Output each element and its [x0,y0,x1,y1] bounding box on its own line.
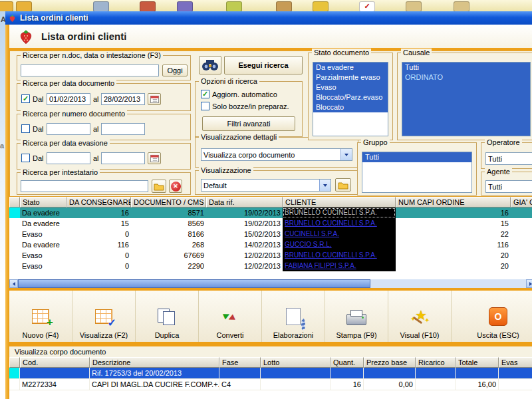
list-item[interactable]: Tutti [362,152,471,162]
data-evas-dal-input[interactable] [47,152,90,164]
chevron-down-icon[interactable] [340,149,352,160]
nuovo-button[interactable]: + Nuovo (F4) [9,291,72,342]
header-cell-cod[interactable]: Cod. [20,357,90,368]
header-cell-descrizione[interactable]: Descrizione [90,357,219,368]
duplica-button[interactable]: Duplica [136,291,199,342]
cell-cod: M2272334 [20,379,90,390]
stato-documento-list[interactable]: Da evadere Parzialmente evaso Evaso Bloc… [313,62,388,136]
detail-row[interactable]: M2272334 CAPI DI MAGL.DA CUCIRE F.COMP.+… [9,379,532,390]
table-row[interactable]: Da evadere 15 8569 19/02/2013 BRUNELLO C… [9,218,532,229]
binoculars-button[interactable] [199,56,221,74]
chevron-down-icon[interactable] [319,180,331,191]
detail-ref-row[interactable]: Rif. 17253/3 del 20/02/2013 [9,368,532,379]
uscita-button[interactable]: O Uscita (ESC) [452,291,532,342]
list-item[interactable]: Da evadere [313,63,388,72]
header-cell-ricarico[interactable]: Ricarico [416,357,456,368]
table-row[interactable]: Da evadere 116 268 14/02/2013 GUCCIO S.R… [9,239,532,250]
cell-data-rif: 14/02/2013 [206,239,283,250]
header-cell-da-consegnare[interactable]: DA CONSEGNARE [66,197,131,207]
header-cell-evas[interactable]: Evas [499,357,532,368]
view-folder-button[interactable] [335,178,351,192]
scrollbar-thumb[interactable] [18,279,370,288]
panel-label: Visualizzazione [199,166,253,174]
cell-evas [499,379,532,390]
clear-button[interactable]: ✕ [169,180,182,193]
table-row[interactable]: Evaso 0 67669 12/02/2013 BRUNELLO CUCINE… [9,250,532,261]
list-item[interactable]: ORDINATO [402,72,530,82]
calendar-button[interactable] [148,152,161,164]
table-row[interactable]: Da evadere 16 8571 19/02/2013 BRUNELLO C… [9,207,532,218]
scroll-right-button[interactable] [526,279,532,288]
header-cell-lotto[interactable]: Lotto [261,357,331,368]
header-cell-stato[interactable]: Stato [20,197,66,207]
gruppo-list[interactable]: Tutti [362,152,472,193]
cell-ricarico [416,379,456,390]
cell-num-capi: 20 [396,250,511,261]
panel-label: Visualizzazione dettagli [199,133,279,141]
calendar-button[interactable] [148,93,161,105]
agente-dropdown[interactable]: Tutti [485,180,532,193]
converti-button[interactable]: ►► Converti [199,291,262,342]
header-cell-documento[interactable]: DOCUMENTO / CMS [131,197,206,207]
solo-bozze-checkbox[interactable] [201,102,209,110]
visualizza-button[interactable]: ✓ Visualizza (F2) [72,291,136,342]
arrow-right-icon [529,282,532,286]
dettagli-dropdown[interactable]: Visualizza corpo documento [201,148,352,161]
scroll-left-button[interactable] [9,279,18,288]
operatore-dropdown[interactable]: Tutti [485,152,532,165]
header-cell-data-rif[interactable]: Data rif. [206,197,283,207]
filtri-avanzati-button[interactable]: Filtri avanzati [202,116,295,131]
aggiorn-automatico-checkbox[interactable]: ✓ [201,90,209,98]
list-item[interactable]: Tutti [402,63,530,72]
header-cell-totale[interactable]: Totale [456,357,499,368]
button-label: Visualizza (F2) [80,331,128,339]
dal-checkbox[interactable] [21,124,30,133]
data-evas-al-input[interactable] [101,152,145,164]
scrollbar-track[interactable] [370,279,526,288]
data-doc-dal-input[interactable] [47,93,90,105]
intestatario-input[interactable] [21,180,148,192]
num-doc-al-input[interactable] [101,123,145,135]
panel-stato-documento: Stato documento Da evadere Parzialmente … [308,53,393,140]
horizontal-scrollbar[interactable] [9,279,532,288]
dropdown-value: Default [201,182,319,190]
background-toolbar: ✓ [0,0,532,12]
dal-checkbox[interactable]: ✓ [21,94,30,103]
table-row[interactable]: Evaso 0 8166 15/02/2013 CUCINELLI S.P.A.… [9,229,532,239]
visual-button[interactable]: ★✦✦ Visual (F10) [388,291,452,342]
list-item[interactable]: Bloccato/Parz.evaso [313,92,388,102]
table-row[interactable]: Evaso 0 2290 12/02/2013 FABIANA FILIPPI … [9,261,532,271]
header-cell[interactable] [9,197,20,207]
list-item[interactable]: Evaso [313,82,388,92]
ndoc-search-input[interactable] [21,65,159,76]
elaborazioni-button[interactable]: Elaborazioni [262,291,325,342]
cell-riferimento: Rif. 17253/3 del 20/02/2013 [90,368,219,378]
list-item[interactable]: Bloccato [313,102,388,112]
oggi-button[interactable]: Oggi [162,65,188,76]
detail-table-header: Cod. Descrizione Fase Lotto Quant. Prezz… [9,357,532,368]
header-cell[interactable] [9,357,20,368]
dal-checkbox[interactable] [21,154,30,162]
titlebar[interactable]: Lista ordini clienti [5,11,532,25]
lookup-folder-button[interactable] [152,180,166,193]
cell-gia-consegnato [511,207,532,218]
header-cell-quant[interactable]: Quant. [331,357,364,368]
header-cell-fase[interactable]: Fase [219,357,261,368]
causale-list[interactable]: Tutti ORDINATO [402,62,531,136]
panel-label: Agente [485,168,512,176]
stampa-button[interactable]: Stampa (F9) [325,291,388,342]
cell-stato: Evaso [20,250,66,261]
header-cell-prezzo[interactable]: Prezzo base [364,357,416,368]
header-cell-cliente[interactable]: CLIENTE [283,197,396,207]
esegui-ricerca-button[interactable]: Esegui ricerca [224,56,303,74]
header-cell-num-capi[interactable]: NUM CAPI ORDINE [396,197,511,207]
header-cell-gia-consegnato[interactable]: GIA' CONSEGN [511,197,532,207]
background-app-icon [313,1,329,12]
cell-documento: 8569 [131,218,206,229]
data-doc-al-input[interactable] [101,93,145,105]
num-doc-dal-input[interactable] [47,123,90,135]
cell-data-rif: 15/02/2013 [206,229,283,239]
orders-table: Stato DA CONSEGNARE DOCUMENTO / CMS Data… [9,197,532,288]
list-item[interactable]: Parzialmente evaso [313,72,388,82]
visualizzazione-dropdown[interactable]: Default [201,179,331,192]
